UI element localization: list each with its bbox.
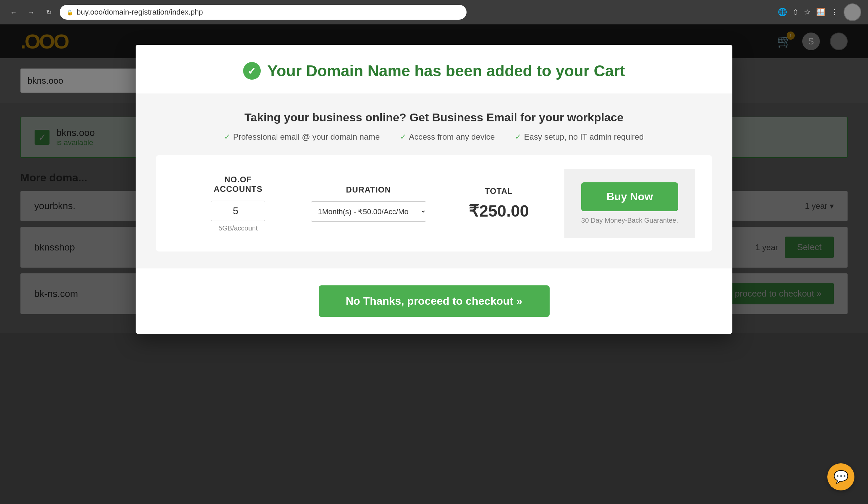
forward-button[interactable]: → [24,6,38,19]
upsell-title: Taking your business online? Get Busines… [156,111,712,124]
feature-check-1: ✓ [224,133,230,141]
upsell-feature-1: ✓ Professional email @ your domain name [224,132,380,142]
modal-title-text: Your Domain Name has been added to your … [268,62,625,80]
accounts-section: NO.OFACCOUNTS 5GB/account [173,175,303,232]
total-section: TOTAL ₹250.00 [434,186,564,220]
share-button[interactable]: ⇧ [792,8,798,17]
total-price: ₹250.00 [434,201,564,220]
modal-title: ✓ Your Domain Name has been added to you… [156,62,712,80]
modal-overlay: ✓ Your Domain Name has been added to you… [0,24,868,504]
email-config: NO.OFACCOUNTS 5GB/account DURATION 1Mont… [156,155,712,252]
feature-text-2: Access from any device [409,132,495,142]
total-label: TOTAL [434,186,564,196]
menu-button[interactable]: ⋮ [831,8,838,17]
check-circle-icon: ✓ [243,62,261,80]
duration-section: DURATION 1Month(s) - ₹50.00/Acc/Mo 3Mont… [303,185,433,222]
duration-label: DURATION [303,185,433,195]
back-button[interactable]: ← [7,6,20,19]
modal-dialog: ✓ Your Domain Name has been added to you… [136,45,732,334]
bookmark-button[interactable]: ☆ [804,8,811,17]
buy-section: Buy Now 30 Day Money-Back Guarantee. [564,169,695,238]
refresh-button[interactable]: ↻ [42,6,55,19]
lock-icon: 🔒 [66,9,73,15]
modal-footer: No Thanks, proceed to checkout » [136,269,732,334]
duration-select[interactable]: 1Month(s) - ₹50.00/Acc/Mo 3Month(s) - ₹1… [311,201,426,222]
page-background: .OOO 🛒 1 $ bkns.ooo ✓ bkns.ooo is availa… [0,24,868,504]
modal-body: Taking your business online? Get Busines… [136,94,732,269]
address-bar[interactable]: 🔒 buy.ooo/domain-registration/index.php [60,5,466,20]
upsell-feature-3: ✓ Easy setup, no IT admin required [515,132,643,142]
upsell-features: ✓ Professional email @ your domain name … [156,132,712,142]
chat-button[interactable]: 💬 [827,463,855,491]
browser-actions: 🌐 ⇧ ☆ 🪟 ⋮ [778,3,861,21]
browser-chrome: ← → ↻ 🔒 buy.ooo/domain-registration/inde… [0,0,868,24]
user-avatar[interactable] [844,3,861,21]
accounts-sub: 5GB/account [173,224,303,232]
modal-header: ✓ Your Domain Name has been added to you… [136,45,732,94]
buy-now-button[interactable]: Buy Now [581,182,678,211]
accounts-input[interactable] [211,201,265,221]
url-text: buy.ooo/domain-registration/index.php [76,8,203,17]
chat-icon: 💬 [834,470,849,484]
feature-check-3: ✓ [515,133,521,141]
feature-check-2: ✓ [400,133,406,141]
accounts-label: NO.OFACCOUNTS [173,175,303,194]
upsell-feature-2: ✓ Access from any device [400,132,495,142]
feature-text-3: Easy setup, no IT admin required [524,132,643,142]
feature-text-1: Professional email @ your domain name [233,132,380,142]
no-thanks-button[interactable]: No Thanks, proceed to checkout » [319,285,550,317]
money-back-text: 30 Day Money-Back Guarantee. [581,217,678,224]
extensions-button[interactable]: 🪟 [816,8,825,17]
translate-button[interactable]: 🌐 [778,8,787,17]
